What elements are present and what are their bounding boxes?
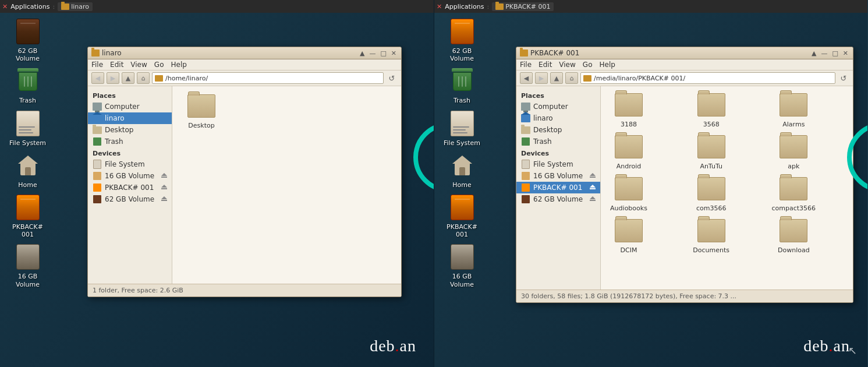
icon-home-label-left: Home — [18, 181, 37, 189]
taskbar-window-linaro[interactable]: linaro — [58, 2, 93, 11]
sidebar-pkback-pkback[interactable]: PKBACK# 001 — [516, 182, 600, 193]
icon-home-label-right: Home — [452, 181, 471, 189]
icon-trash-label-right: Trash — [454, 97, 470, 104]
menu-go-linaro[interactable]: Go — [154, 61, 164, 69]
sidebar-62gb-linaro[interactable]: 62 GB Volume — [88, 193, 172, 205]
sidebar-desktop-linaro[interactable]: Desktop — [88, 124, 172, 136]
sidebar-pkback-linaro[interactable]: PKBACK# 001 — [88, 182, 172, 193]
sidebar-linaro-linaro[interactable]: linaro — [88, 112, 172, 124]
volume-small-icon-16gb-linaro — [93, 172, 101, 180]
home-btn-pkback[interactable]: ⌂ — [565, 72, 578, 84]
fm-close-btn-linaro[interactable]: ✕ — [390, 50, 398, 57]
fm-item-apk[interactable]: apk — [770, 133, 817, 170]
desktop-icon-62gb[interactable]: 62 GBVolume — [6, 17, 49, 62]
desktop-icon-trash-right[interactable]: Trash — [440, 67, 484, 104]
menu-view-linaro[interactable]: View — [130, 61, 147, 69]
fm-restore-btn-linaro[interactable]: □ — [379, 50, 387, 57]
refresh-btn-pkback[interactable]: ↺ — [838, 72, 849, 84]
desktop-icon-trash-left[interactable]: Trash — [6, 67, 49, 104]
fm-restore-btn-pkback[interactable]: □ — [831, 50, 839, 57]
desktop-icon-pkback-left[interactable]: PKBACK#001 — [6, 193, 49, 238]
desktop-icon-home-right[interactable]: Home — [440, 151, 484, 189]
path-bar-pkback[interactable]: /media/linaro/PKBACK# 001/ — [580, 72, 835, 84]
fm-item-download[interactable]: Download — [770, 217, 817, 254]
fm-item-compact3566[interactable]: compact3566 — [770, 175, 817, 212]
up-btn-pkback[interactable]: ▲ — [550, 72, 563, 84]
taskbar-window-pkback[interactable]: PKBACK# 001 — [492, 2, 554, 11]
fm-item-dcim[interactable]: DCIM — [605, 217, 652, 254]
computer-icon-pkback — [521, 103, 530, 111]
fm-item-desktop[interactable]: Desktop — [178, 92, 225, 129]
fm-item-download-label: Download — [778, 246, 810, 254]
fm-close-btn-pkback[interactable]: ✕ — [842, 50, 849, 57]
taskbar-apps-label[interactable]: Applications — [10, 3, 49, 10]
sidebar-linaro-pkback[interactable]: linaro — [516, 112, 600, 124]
fm-item-alarms[interactable]: Alarms — [770, 91, 817, 128]
home-blue-icon-pkback — [521, 114, 530, 122]
eject-16gb-linaro[interactable] — [161, 173, 167, 179]
menu-file-pkback[interactable]: File — [520, 61, 532, 69]
taskbar-folder-icon — [61, 3, 69, 10]
sidebar-computer-pkback[interactable]: Computer — [516, 101, 600, 112]
sidebar-16gb-pkback[interactable]: 16 GB Volume — [516, 170, 600, 182]
menu-edit-linaro[interactable]: Edit — [110, 61, 123, 69]
sidebar-62gb-pkback[interactable]: 62 GB Volume — [516, 193, 600, 205]
home-blue-icon-linaro — [93, 114, 102, 122]
forward-btn-linaro[interactable]: ▶ — [107, 72, 119, 84]
fm-item-documents[interactable]: Documents — [688, 217, 735, 254]
menu-go-pkback[interactable]: Go — [583, 61, 593, 69]
back-btn-pkback[interactable]: ◀ — [520, 72, 533, 84]
fm-item-antutu[interactable]: AnTuTu — [688, 133, 735, 170]
sidebar-desktop-label: Desktop — [105, 126, 134, 134]
fm-item-android[interactable]: Android — [605, 133, 652, 170]
trash-small-icon-linaro — [93, 137, 101, 146]
sidebar-16gb-linaro[interactable]: 16 GB Volume — [88, 170, 172, 182]
desktop-icon-16gb-left[interactable]: 16 GBVolume — [6, 243, 49, 288]
icon-62gb-label: 62 GBVolume — [16, 47, 40, 62]
fm-item-com3566[interactable]: com3566 — [688, 175, 735, 212]
menu-file-linaro[interactable]: File — [91, 61, 103, 69]
fm-minimize-btn-pkback[interactable]: ▲ — [810, 50, 817, 57]
fm-maximize-btn-linaro[interactable]: — — [368, 50, 377, 57]
refresh-btn-linaro[interactable]: ↺ — [386, 72, 398, 84]
sidebar-desktop-pkback[interactable]: Desktop — [516, 124, 600, 136]
desktop-icon-filesystem-right[interactable]: File System — [440, 110, 484, 147]
eject-62gb-linaro[interactable] — [161, 196, 167, 202]
eject-16gb-pkback[interactable] — [590, 173, 596, 179]
up-btn-linaro[interactable]: ▲ — [122, 72, 134, 84]
fm-item-com3566-label: com3566 — [696, 204, 727, 212]
menu-help-pkback[interactable]: Help — [599, 61, 615, 69]
sidebar-filesystem-linaro[interactable]: File System — [88, 158, 172, 170]
left-taskbar: ✕ Applications : linaro — [0, 0, 434, 13]
fm-maximize-btn-pkback[interactable]: — — [820, 50, 828, 57]
sidebar-trash-linaro[interactable]: Trash — [88, 136, 172, 147]
right-taskbar-apps: ✕ Applications : PKBACK# 001 — [437, 2, 554, 11]
menu-view-pkback[interactable]: View — [559, 61, 575, 69]
menu-edit-pkback[interactable]: Edit — [538, 61, 552, 69]
fm-minimize-btn-linaro[interactable]: ▲ — [359, 50, 366, 57]
fm-item-3568[interactable]: 3568 — [688, 91, 735, 128]
desktop-icon-filesystem-left[interactable]: File System — [6, 110, 49, 147]
sidebar-computer-linaro[interactable]: Computer — [88, 101, 172, 112]
path-bar-linaro[interactable]: /home/linaro/ — [152, 72, 384, 84]
statusbar-text-linaro: 1 folder, Free space: 2.6 GiB — [93, 287, 183, 294]
desktop-icon-home-left[interactable]: Home — [6, 151, 49, 189]
back-btn-linaro[interactable]: ◀ — [91, 72, 104, 84]
volume-brown-icon-62gb-pkback — [522, 195, 530, 203]
forward-btn-pkback[interactable]: ▶ — [535, 72, 548, 84]
fm-item-3188[interactable]: 3188 — [605, 91, 652, 128]
desktop-icon-pkback-right[interactable]: PKBACK#001 — [440, 193, 484, 238]
fm-menubar-pkback: File Edit View Go Help — [516, 59, 853, 70]
sidebar-filesystem-pkback[interactable]: File System — [516, 158, 600, 170]
sidebar-computer-label: Computer — [105, 103, 140, 111]
eject-pkback-pkback[interactable] — [590, 185, 596, 190]
sidebar-trash-pkback[interactable]: Trash — [516, 136, 600, 147]
desktop-icon-62gb-right[interactable]: 62 GBVolume — [440, 17, 484, 62]
fm-item-audiobooks[interactable]: Audiobooks — [605, 175, 652, 212]
menu-help-linaro[interactable]: Help — [171, 61, 186, 69]
desktop-icon-16gb-right[interactable]: 16 GBVolume — [440, 243, 484, 288]
eject-62gb-pkback[interactable] — [590, 196, 596, 202]
taskbar-apps-label-right[interactable]: Applications — [445, 3, 484, 10]
home-btn-linaro[interactable]: ⌂ — [137, 72, 150, 84]
eject-pkback-linaro[interactable] — [161, 185, 167, 190]
